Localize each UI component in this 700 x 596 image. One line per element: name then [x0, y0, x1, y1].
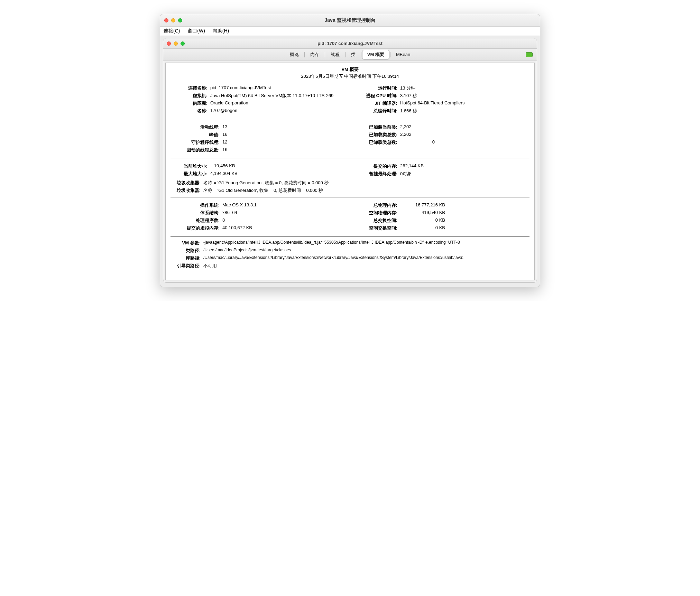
value-pending: 0对象: [400, 171, 529, 177]
label-pending: 暂挂最终处理:: [350, 171, 400, 177]
value-compile-time: 1.666 秒: [400, 108, 529, 114]
label-gc: 垃圾收集器:: [171, 180, 203, 186]
label-vm: 虚拟机:: [171, 93, 210, 99]
menubar: 连接(C) 窗口(W) 帮助(H): [160, 27, 540, 36]
value-loaded-tot: 2,202: [400, 132, 529, 138]
label-swap-tot: 总交换空间:: [350, 217, 400, 224]
label-unloaded: 已卸载类总数:: [350, 139, 400, 146]
tabs-row: 概览 内存 线程 类 VM 概要 MBean: [163, 49, 537, 60]
outer-titlebar[interactable]: Java 监视和管理控制台: [160, 14, 540, 27]
separator: [171, 236, 529, 236]
label-heap-cur: 当前堆大小:: [171, 163, 210, 169]
inner-minimize-icon[interactable]: [174, 41, 178, 46]
value-vmem: 40,100,672 KB: [222, 225, 350, 231]
maximize-icon[interactable]: [178, 18, 182, 22]
label-phy-tot: 总物理内存:: [350, 202, 400, 208]
label-committed: 提交的内存:: [350, 163, 400, 169]
label-daemon: 守护程序线程:: [171, 139, 222, 146]
menu-window[interactable]: 窗口(W): [187, 28, 205, 34]
value-unloaded: 0: [400, 139, 435, 146]
value-vm: Java HotSpot(TM) 64-Bit Server VM版本 11.0…: [210, 93, 350, 99]
label-jit: JIT 编译器:: [350, 100, 400, 106]
value-swap-free: 0 KB: [400, 225, 445, 231]
value-swap-tot: 0 KB: [400, 217, 445, 224]
label-gc: 垃圾收集器:: [171, 187, 203, 194]
tab-mbean[interactable]: MBean: [391, 50, 415, 58]
vm-summary-content: VM 概要 2023年5月5日星期五 中国标准时间 下午10:39:14 连接名…: [165, 63, 535, 280]
inner-titlebar[interactable]: pid: 1707 com.lixiang.JVMTest: [163, 38, 537, 49]
tab-threads[interactable]: 线程: [326, 50, 344, 59]
vm-summary-date: 2023年5月5日星期五 中国标准时间 下午10:39:14: [171, 73, 529, 80]
value-gc2: 名称 = 'G1 Old Generation', 收集 = 0, 总花费时间 …: [203, 187, 529, 194]
label-libpath: 库路径:: [171, 255, 203, 261]
value-os: Mac OS X 13.3.1: [222, 202, 350, 208]
inner-maximize-icon[interactable]: [181, 41, 185, 46]
label-procs: 处理程序数:: [171, 217, 222, 224]
label-loaded-tot: 已加载类总数:: [350, 132, 400, 138]
label-live-threads: 活动线程:: [171, 124, 222, 130]
menu-connect[interactable]: 连接(C): [164, 28, 180, 34]
label-total-started: 启动的线程总数:: [171, 147, 222, 153]
value-committed: 262,144 KB: [400, 163, 529, 169]
separator: [171, 197, 529, 197]
value-cpu-time: 3.107 秒: [400, 93, 529, 99]
value-gc1: 名称 = 'G1 Young Generation', 收集 = 0, 总花费时…: [203, 180, 529, 186]
value-phy-tot: 16,777,216 KB: [400, 202, 445, 208]
value-conn-name: pid: 1707 com.lixiang.JVMTest: [210, 85, 350, 91]
label-cpu-time: 进程 CPU 时间:: [350, 93, 400, 99]
label-heap-max: 最大堆大小:: [171, 171, 210, 177]
label-os: 操作系统:: [171, 202, 222, 208]
menu-help[interactable]: 帮助(H): [213, 28, 229, 34]
tab-vm-summary[interactable]: VM 概要: [362, 50, 389, 59]
value-vm-args: -javaagent:/Applications/IntelliJ IDEA.a…: [203, 240, 529, 246]
value-loaded-cur: 2,202: [400, 124, 529, 130]
traffic-lights: [164, 18, 182, 22]
inner-traffic-lights: [167, 41, 185, 46]
value-libpath: /Users/mac/Library/Java/Extensions:/Libr…: [203, 255, 529, 261]
tab-separator: [304, 52, 305, 57]
inner-window-title: pid: 1707 com.lixiang.JVMTest: [317, 41, 383, 46]
value-name: 1707@bogon: [210, 108, 350, 114]
inner-close-icon[interactable]: [167, 41, 171, 46]
value-heap-cur: 19,456 KB: [210, 163, 350, 169]
tab-classes[interactable]: 类: [346, 50, 360, 59]
value-procs: 8: [222, 217, 350, 224]
label-vendor: 供应商:: [171, 100, 210, 106]
value-arch: x86_64: [222, 210, 350, 216]
vm-summary-heading: VM 概要: [171, 66, 529, 73]
label-loaded-cur: 已加装当前类:: [350, 124, 400, 130]
value-vendor: Oracle Corporation: [210, 100, 350, 106]
label-swap-free: 空闲交换空间:: [350, 225, 400, 231]
label-compile-time: 总编译时间:: [350, 108, 400, 114]
label-classpath: 类路径:: [171, 248, 203, 254]
value-total-started: 16: [222, 147, 350, 153]
value-heap-max: 4,194,304 KB: [210, 171, 350, 177]
tab-separator: [361, 52, 361, 57]
tab-overview[interactable]: 概览: [285, 50, 304, 59]
inner-window: pid: 1707 com.lixiang.JVMTest 概览 内存 线程 类…: [163, 38, 537, 283]
minimize-icon[interactable]: [171, 18, 175, 22]
label-vmem: 提交的虚拟内存:: [171, 225, 222, 231]
label-name: 名称:: [171, 108, 210, 114]
connection-status-icon: [526, 52, 533, 57]
value-live-threads: 13: [222, 124, 350, 130]
value-uptime: 13 分钟: [400, 85, 529, 91]
tab-separator: [345, 52, 346, 57]
value-bootcp: 不可用: [203, 263, 529, 269]
tab-separator: [325, 52, 325, 57]
label-arch: 体系结构:: [171, 210, 222, 216]
label-vm-args: VM 参数:: [171, 240, 203, 246]
label-peak: 峰值:: [171, 132, 222, 138]
close-icon[interactable]: [164, 18, 168, 22]
value-daemon: 12: [222, 139, 350, 146]
tab-separator: [390, 52, 390, 57]
label-uptime: 运行时间:: [350, 85, 400, 91]
label-phy-free: 空闲物理内存:: [350, 210, 400, 216]
main-window: Java 监视和管理控制台 连接(C) 窗口(W) 帮助(H) pid: 170…: [160, 14, 540, 287]
label-bootcp: 引导类路径:: [171, 263, 203, 269]
window-title: Java 监视和管理控制台: [324, 17, 375, 24]
separator: [171, 119, 529, 119]
tab-memory[interactable]: 内存: [305, 50, 324, 59]
value-jit: HotSpot 64-Bit Tiered Compilers: [400, 100, 529, 106]
value-classpath: /Users/mac/IdeaProjects/jvm-test/target/…: [203, 248, 529, 254]
